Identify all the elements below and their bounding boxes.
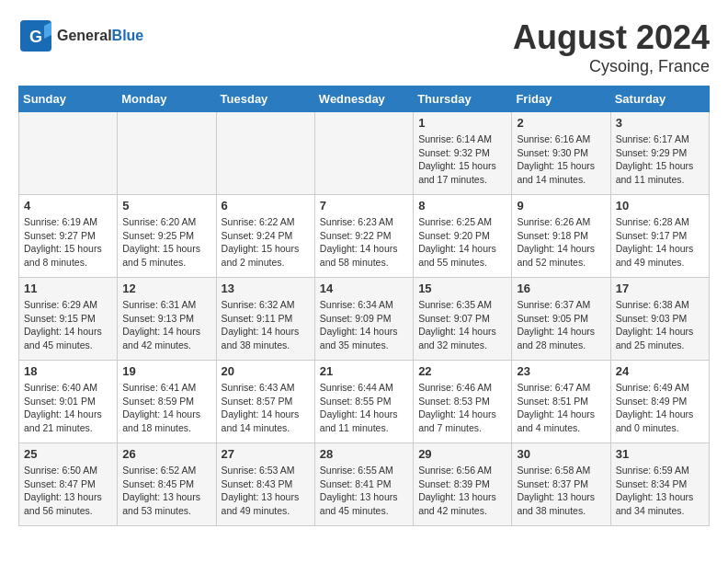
day-number: 3 xyxy=(616,116,704,130)
day-info: Sunrise: 6:20 AMSunset: 9:25 PMDaylight:… xyxy=(122,215,210,270)
logo: G GeneralBlue xyxy=(18,18,143,53)
header-monday: Monday xyxy=(118,86,216,112)
day-number: 23 xyxy=(517,364,605,378)
day-info: Sunrise: 6:43 AMSunset: 8:57 PMDaylight:… xyxy=(222,381,310,435)
day-number: 2 xyxy=(517,116,605,130)
day-info: Sunrise: 6:17 AMSunset: 9:29 PMDaylight:… xyxy=(616,132,704,187)
header-saturday: Saturday xyxy=(610,86,709,112)
table-row: 6Sunrise: 6:22 AMSunset: 9:24 PMDaylight… xyxy=(216,195,314,278)
day-number: 21 xyxy=(320,364,408,378)
header-friday: Friday xyxy=(512,86,610,112)
day-number: 30 xyxy=(517,447,605,461)
table-row: 26Sunrise: 6:52 AMSunset: 8:45 PMDayligh… xyxy=(118,443,216,526)
day-number: 11 xyxy=(24,282,112,295)
table-row: 8Sunrise: 6:25 AMSunset: 9:20 PMDaylight… xyxy=(414,195,512,278)
day-number: 26 xyxy=(122,447,210,461)
table-row: 17Sunrise: 6:38 AMSunset: 9:03 PMDayligh… xyxy=(610,278,709,361)
header-sunday: Sunday xyxy=(19,86,118,112)
day-info: Sunrise: 6:19 AMSunset: 9:27 PMDaylight:… xyxy=(24,215,112,270)
table-row: 3Sunrise: 6:17 AMSunset: 9:29 PMDaylight… xyxy=(610,112,709,195)
day-info: Sunrise: 6:38 AMSunset: 9:03 PMDaylight:… xyxy=(616,298,704,352)
svg-text:G: G xyxy=(29,28,42,46)
day-number: 6 xyxy=(222,199,310,213)
day-info: Sunrise: 6:28 AMSunset: 9:17 PMDaylight:… xyxy=(616,215,704,270)
day-info: Sunrise: 6:32 AMSunset: 9:11 PMDaylight:… xyxy=(222,298,310,352)
table-row: 14Sunrise: 6:34 AMSunset: 9:09 PMDayligh… xyxy=(314,278,413,361)
day-number: 25 xyxy=(24,447,112,461)
day-number: 18 xyxy=(24,364,112,378)
table-row xyxy=(19,112,118,195)
day-info: Sunrise: 6:22 AMSunset: 9:24 PMDaylight:… xyxy=(222,215,310,270)
day-number: 4 xyxy=(24,199,112,213)
table-row: 31Sunrise: 6:59 AMSunset: 8:34 PMDayligh… xyxy=(610,443,709,526)
logo-icon: G xyxy=(18,18,53,53)
day-info: Sunrise: 6:52 AMSunset: 8:45 PMDaylight:… xyxy=(122,464,210,518)
day-number: 1 xyxy=(418,116,506,130)
day-number: 31 xyxy=(616,447,704,461)
day-number: 28 xyxy=(320,447,408,461)
calendar-week-row: 1Sunrise: 6:14 AMSunset: 9:32 PMDaylight… xyxy=(19,112,710,195)
day-number: 27 xyxy=(222,447,310,461)
table-row: 7Sunrise: 6:23 AMSunset: 9:22 PMDaylight… xyxy=(314,195,413,278)
day-number: 17 xyxy=(616,282,704,295)
table-row: 13Sunrise: 6:32 AMSunset: 9:11 PMDayligh… xyxy=(216,278,314,361)
day-info: Sunrise: 6:59 AMSunset: 8:34 PMDaylight:… xyxy=(616,464,704,518)
table-row: 9Sunrise: 6:26 AMSunset: 9:18 PMDaylight… xyxy=(512,195,610,278)
table-row xyxy=(216,112,314,195)
table-row: 10Sunrise: 6:28 AMSunset: 9:17 PMDayligh… xyxy=(610,195,709,278)
header-thursday: Thursday xyxy=(414,86,512,112)
day-number: 9 xyxy=(517,199,605,213)
table-row: 22Sunrise: 6:46 AMSunset: 8:53 PMDayligh… xyxy=(414,361,512,443)
day-info: Sunrise: 6:16 AMSunset: 9:30 PMDaylight:… xyxy=(517,132,605,187)
table-row: 2Sunrise: 6:16 AMSunset: 9:30 PMDaylight… xyxy=(512,112,610,195)
page-header: G GeneralBlue August 2024 Cysoing, Franc… xyxy=(18,18,710,76)
table-row xyxy=(314,112,413,195)
location: Cysoing, France xyxy=(513,57,710,76)
day-number: 14 xyxy=(320,282,408,295)
calendar-table: Sunday Monday Tuesday Wednesday Thursday… xyxy=(18,86,710,526)
day-number: 19 xyxy=(122,364,210,378)
month-year: August 2024 xyxy=(513,18,710,57)
day-info: Sunrise: 6:31 AMSunset: 9:13 PMDaylight:… xyxy=(122,298,210,352)
table-row: 1Sunrise: 6:14 AMSunset: 9:32 PMDaylight… xyxy=(414,112,512,195)
weekday-header-row: Sunday Monday Tuesday Wednesday Thursday… xyxy=(19,86,710,112)
calendar-week-row: 4Sunrise: 6:19 AMSunset: 9:27 PMDaylight… xyxy=(19,195,710,278)
table-row: 5Sunrise: 6:20 AMSunset: 9:25 PMDaylight… xyxy=(118,195,216,278)
table-row: 24Sunrise: 6:49 AMSunset: 8:49 PMDayligh… xyxy=(610,361,709,443)
table-row: 18Sunrise: 6:40 AMSunset: 9:01 PMDayligh… xyxy=(19,361,118,443)
day-info: Sunrise: 6:53 AMSunset: 8:43 PMDaylight:… xyxy=(222,464,310,518)
table-row: 12Sunrise: 6:31 AMSunset: 9:13 PMDayligh… xyxy=(118,278,216,361)
day-info: Sunrise: 6:14 AMSunset: 9:32 PMDaylight:… xyxy=(418,132,506,187)
table-row: 11Sunrise: 6:29 AMSunset: 9:15 PMDayligh… xyxy=(19,278,118,361)
day-number: 10 xyxy=(616,199,704,213)
calendar-week-row: 11Sunrise: 6:29 AMSunset: 9:15 PMDayligh… xyxy=(19,278,710,361)
table-row: 28Sunrise: 6:55 AMSunset: 8:41 PMDayligh… xyxy=(314,443,413,526)
day-info: Sunrise: 6:25 AMSunset: 9:20 PMDaylight:… xyxy=(418,215,506,270)
day-number: 24 xyxy=(616,364,704,378)
table-row: 19Sunrise: 6:41 AMSunset: 8:59 PMDayligh… xyxy=(118,361,216,443)
header-tuesday: Tuesday xyxy=(216,86,314,112)
title-area: August 2024 Cysoing, France xyxy=(513,18,710,76)
day-info: Sunrise: 6:50 AMSunset: 8:47 PMDaylight:… xyxy=(24,464,112,518)
day-info: Sunrise: 6:26 AMSunset: 9:18 PMDaylight:… xyxy=(517,215,605,270)
table-row: 25Sunrise: 6:50 AMSunset: 8:47 PMDayligh… xyxy=(19,443,118,526)
table-row: 21Sunrise: 6:44 AMSunset: 8:55 PMDayligh… xyxy=(314,361,413,443)
day-info: Sunrise: 6:44 AMSunset: 8:55 PMDaylight:… xyxy=(320,381,408,435)
table-row: 29Sunrise: 6:56 AMSunset: 8:39 PMDayligh… xyxy=(414,443,512,526)
day-info: Sunrise: 6:29 AMSunset: 9:15 PMDaylight:… xyxy=(24,298,112,352)
table-row: 15Sunrise: 6:35 AMSunset: 9:07 PMDayligh… xyxy=(414,278,512,361)
table-row: 30Sunrise: 6:58 AMSunset: 8:37 PMDayligh… xyxy=(512,443,610,526)
day-info: Sunrise: 6:34 AMSunset: 9:09 PMDaylight:… xyxy=(320,298,408,352)
table-row xyxy=(118,112,216,195)
table-row: 16Sunrise: 6:37 AMSunset: 9:05 PMDayligh… xyxy=(512,278,610,361)
day-info: Sunrise: 6:46 AMSunset: 8:53 PMDaylight:… xyxy=(418,381,506,435)
table-row: 4Sunrise: 6:19 AMSunset: 9:27 PMDaylight… xyxy=(19,195,118,278)
day-info: Sunrise: 6:23 AMSunset: 9:22 PMDaylight:… xyxy=(320,215,408,270)
day-number: 15 xyxy=(418,282,506,295)
calendar-week-row: 25Sunrise: 6:50 AMSunset: 8:47 PMDayligh… xyxy=(19,443,710,526)
table-row: 20Sunrise: 6:43 AMSunset: 8:57 PMDayligh… xyxy=(216,361,314,443)
day-number: 20 xyxy=(222,364,310,378)
day-number: 16 xyxy=(517,282,605,295)
day-number: 12 xyxy=(122,282,210,295)
day-info: Sunrise: 6:49 AMSunset: 8:49 PMDaylight:… xyxy=(616,381,704,435)
